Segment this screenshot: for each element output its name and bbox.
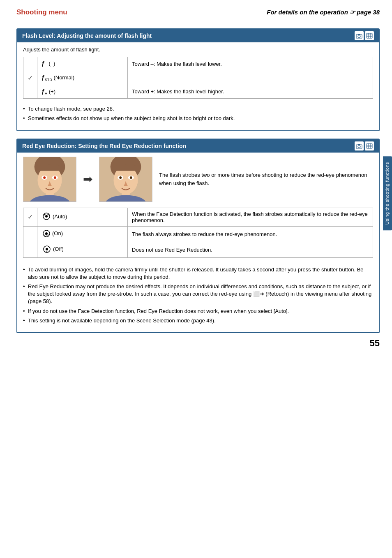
label-cell: ƒSTD (Normal) (37, 71, 128, 85)
before-photo (23, 157, 76, 202)
svg-point-22 (43, 176, 46, 179)
table-row: OFF (Off) Does not use Red Eye Reduction… (23, 242, 373, 257)
flash-notes: To change flash mode, see page 28. Somet… (23, 103, 373, 122)
flash-level-title: Flash Level: Adjusting the amount of fla… (22, 32, 152, 39)
red-eye-auto-icon: (Auto) (42, 212, 67, 220)
flash-level-title-bar: Flash Level: Adjusting the amount of fla… (17, 29, 379, 42)
label-cell: ON (On) (37, 226, 128, 242)
table-row: ✓ ƒSTD (Normal) (23, 71, 373, 85)
note-item: To change flash mode, see page 28. (23, 105, 373, 113)
desc-cell: The flash always strobes to reduce the r… (128, 226, 373, 242)
svg-point-1 (358, 35, 360, 38)
red-eye-notes: To avoid blurring of images, hold the ca… (23, 264, 373, 324)
label-cell: ƒ+ (+) (37, 85, 128, 99)
flash-plus-symbol: ƒ (42, 88, 45, 95)
red-eye-icons (355, 141, 374, 150)
page-number: 55 (370, 338, 380, 349)
note-item: Sometimes effects do not show up when th… (23, 115, 373, 122)
svg-point-36 (44, 214, 46, 215)
camera-icon (355, 31, 364, 40)
flash-level-content: Adjusts the amount of flash light. ƒ– (–… (17, 42, 379, 130)
section-title-right: For details on the operation ☞ page 38 (267, 9, 380, 16)
check-cell (23, 242, 37, 257)
page-header: Shooting menu For details on the operati… (16, 8, 380, 20)
note-item: This setting is not available depending … (23, 317, 373, 324)
svg-point-37 (48, 214, 49, 215)
check-cell: ✓ (23, 71, 37, 85)
table-row: ƒ+ (+) Toward +: Makes the flash level h… (23, 85, 373, 99)
side-tab: Using the shooting functions (383, 156, 392, 230)
red-eye-section: Red Eye Reduction: Setting the Red Eye R… (16, 139, 380, 333)
desc-cell: Toward –: Makes the flash level lower. (128, 57, 373, 71)
check-cell (23, 85, 37, 99)
svg-point-35 (45, 215, 48, 218)
table-row: ✓ (Auto) (23, 208, 373, 226)
desc-cell: When the Face Detection function is acti… (128, 208, 373, 226)
note-item: To avoid blurring of images, hold the ca… (23, 266, 373, 281)
svg-rect-11 (367, 144, 372, 148)
red-eye-demo: ➡ (23, 157, 373, 202)
red-eye-options-table: ✓ (Auto) (23, 208, 373, 258)
note-item: If you do not use the Face Detection fun… (23, 308, 373, 315)
check-cell (23, 226, 37, 242)
grid-icon (365, 31, 374, 40)
check-cell (23, 57, 37, 71)
checkmark-icon: ✓ (28, 213, 33, 220)
after-photo (99, 157, 152, 202)
table-row: ƒ– (–) Toward –: Makes the flash level l… (23, 57, 373, 71)
label-cell: (Auto) (37, 208, 128, 226)
red-eye-content: ➡ (17, 153, 379, 332)
red-eye-title: Red Eye Reduction: Setting the Red Eye R… (22, 143, 186, 149)
check-cell: ✓ (23, 208, 37, 226)
label-cell: OFF (Off) (37, 242, 128, 257)
red-eye-title-bar: Red Eye Reduction: Setting the Red Eye R… (17, 139, 379, 153)
svg-rect-10 (358, 144, 360, 145)
label-cell: ƒ– (–) (37, 57, 128, 71)
svg-text:OFF: OFF (44, 250, 49, 253)
svg-rect-2 (358, 34, 360, 35)
svg-rect-3 (367, 33, 372, 38)
red-eye-on-icon: ON (On) (42, 229, 63, 238)
desc-cell (128, 71, 373, 85)
red-eye-demo-text: The flash strobes two or more times befo… (159, 171, 373, 187)
svg-point-9 (358, 145, 360, 148)
svg-point-33 (130, 176, 132, 179)
flash-level-section: Flash Level: Adjusting the amount of fla… (16, 28, 380, 131)
desc-cell: Does not use Red Eye Reduction. (128, 242, 373, 257)
camera-icon-2 (355, 141, 364, 150)
svg-text:ON: ON (44, 234, 49, 237)
red-eye-off-icon: OFF (Off) (42, 245, 64, 253)
flash-level-desc: Adjusts the amount of flash light. (23, 46, 373, 53)
flash-std-symbol: ƒ (42, 74, 45, 81)
table-row: ON (On) The flash always strobes to redu… (23, 226, 373, 242)
desc-cell: Toward +: Makes the flash level higher. (128, 85, 373, 99)
checkmark-icon: ✓ (28, 74, 33, 81)
flash-level-icons (355, 31, 374, 40)
grid-icon-2 (365, 141, 374, 150)
arrow-icon: ➡ (83, 172, 92, 186)
flash-minus-symbol: ƒ (42, 60, 45, 67)
section-title-left: Shooting menu (16, 8, 67, 16)
note-item: Red Eye Reduction may not produce the de… (23, 283, 373, 306)
svg-point-24 (54, 176, 56, 179)
flash-options-table: ƒ– (–) Toward –: Makes the flash level l… (23, 57, 373, 99)
svg-point-31 (119, 176, 122, 179)
